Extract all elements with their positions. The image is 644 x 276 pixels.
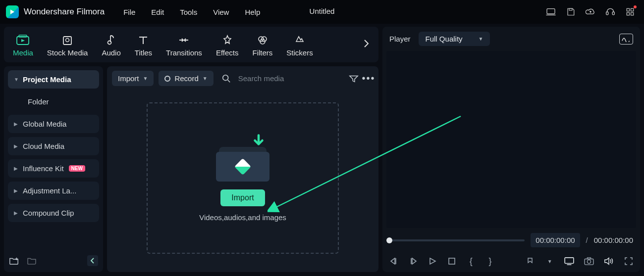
sidebar-item-folder[interactable]: Folder [8,92,99,111]
caret-right-icon: ▶ [14,188,18,193]
tab-effects-label: Effects [216,48,239,57]
media-lower-row: ▼ Project Media Folder ▶ Global Media ▶ … [4,66,378,272]
marker-dropdown-icon[interactable] [526,256,536,266]
chevron-down-icon: ▼ [143,76,148,81]
titlebar: Wondershare Filmora File Edit Tools View… [0,0,644,24]
search-wrap [218,70,344,87]
caret-down-icon: ▼ [14,77,18,82]
fullscreen-icon[interactable] [624,256,633,266]
tab-stickers-label: Stickers [286,48,313,57]
new-folder-plus-icon[interactable] [9,256,19,266]
dropzone-caption: Videos,audios,and images [199,213,286,222]
svg-rect-7 [631,8,634,11]
sidebar-item-label: Project Media [23,75,71,84]
scrub-thumb[interactable] [386,237,392,243]
record-dropdown[interactable]: Record ▼ [159,71,213,86]
tabs-scroll-right-icon[interactable] [363,39,370,51]
apps-grid-icon[interactable] [625,7,635,17]
media-icon [16,34,29,46]
left-column: Media Stock Media Audio Titles Transitio… [4,27,378,272]
scrub-track[interactable] [389,239,525,241]
sidebar-item-adjustment-layer[interactable]: ▶ Adjustment La... [8,182,99,200]
svg-line-19 [227,80,230,82]
caret-right-icon: ▶ [14,210,18,216]
svg-point-29 [588,260,591,263]
stop-icon[interactable] [447,256,456,266]
caret-right-icon: ▶ [14,166,18,171]
volume-icon[interactable] [604,256,614,266]
tab-media[interactable]: Media [13,34,33,57]
import-dropdown[interactable]: Import ▼ [112,71,154,86]
caret-right-icon: ▶ [14,143,18,149]
svg-marker-20 [391,258,395,264]
filter-sort-icon[interactable] [349,74,359,84]
player-viewport[interactable] [386,51,636,228]
media-sidebar: ▼ Project Media Folder ▶ Global Media ▶ … [4,66,103,272]
svg-marker-22 [412,258,416,264]
sidebar-item-cloud-media[interactable]: ▶ Cloud Media [8,137,99,155]
transitions-icon [177,34,190,46]
audio-icon [105,34,118,46]
app-brand: Wondershare Filmora [24,7,105,17]
player-panel: Player Full Quality ▼ 00:00:00:00 / 00:0… [382,27,640,272]
tab-effects[interactable]: Effects [216,34,239,57]
sidebar-item-influence-kit[interactable]: ▶ Influence Kit NEW [8,159,99,178]
sidebar-item-global-media[interactable]: ▶ Global Media [8,115,99,133]
step-forward-icon[interactable] [409,256,418,266]
svg-rect-4 [606,12,608,15]
chevron-down-icon: ▼ [203,76,208,81]
menu-file[interactable]: File [123,8,135,16]
save-icon[interactable] [566,7,576,17]
menubar: File Edit Tools View Help [123,8,260,16]
mark-in-icon[interactable]: { [466,256,476,266]
import-dropzone[interactable]: Import Videos,audios,and images [147,102,339,254]
import-button[interactable]: Import [220,189,265,206]
svg-marker-0 [10,9,14,14]
document-title: Untitled [310,7,335,15]
scopes-icon[interactable] [619,34,633,45]
menu-tools[interactable]: Tools [180,8,197,16]
tab-transitions-label: Transitions [166,48,202,57]
search-input[interactable] [236,70,341,87]
sidebar-item-label: Influence Kit [23,164,64,173]
play-icon[interactable] [428,256,437,266]
dropzone-wrap: Import Videos,audios,and images [112,87,374,268]
sidebar-item-project-media[interactable]: ▼ Project Media [8,70,99,89]
search-icon[interactable] [221,74,231,84]
mark-out-icon[interactable]: } [485,256,495,266]
collapse-sidebar-icon[interactable] [87,255,98,266]
chevron-down-icon: ▼ [479,36,483,42]
chevron-down-icon[interactable]: ▼ [545,256,554,266]
step-back-icon[interactable] [389,256,399,266]
device-icon[interactable] [546,7,556,17]
menu-view[interactable]: View [213,8,229,16]
tab-stickers[interactable]: Stickers [286,34,313,57]
tab-stock-media[interactable]: Stock Media [47,34,88,57]
sidebar-item-compound-clip[interactable]: ▶ Compound Clip [8,204,99,222]
svg-point-13 [66,38,69,42]
svg-marker-24 [430,258,435,264]
svg-point-14 [107,41,111,44]
stock-media-icon [61,34,74,46]
quality-dropdown[interactable]: Full Quality ▼ [419,32,490,46]
menu-edit[interactable]: Edit [151,8,164,16]
media-content-panel: Import ▼ Record ▼ [107,66,378,272]
more-options-icon[interactable]: ••• [364,74,374,84]
folder-icon[interactable] [27,256,37,266]
snapshot-camera-icon[interactable] [584,256,594,266]
tab-titles[interactable]: Titles [135,34,152,57]
main-layout: Media Stock Media Audio Titles Transitio… [0,24,644,276]
quality-label: Full Quality [426,35,463,43]
tab-stock-label: Stock Media [47,48,88,57]
menu-help[interactable]: Help [245,8,260,16]
new-badge: NEW [69,165,85,172]
support-icon[interactable] [605,7,615,17]
tab-filters-label: Filters [252,48,272,57]
display-screen-icon[interactable] [564,256,574,266]
stickers-icon [293,34,306,46]
svg-rect-1 [547,9,555,14]
tab-filters[interactable]: Filters [252,34,272,57]
tab-transitions[interactable]: Transitions [166,34,202,57]
tab-audio[interactable]: Audio [102,34,120,57]
cloud-icon[interactable] [586,7,595,17]
